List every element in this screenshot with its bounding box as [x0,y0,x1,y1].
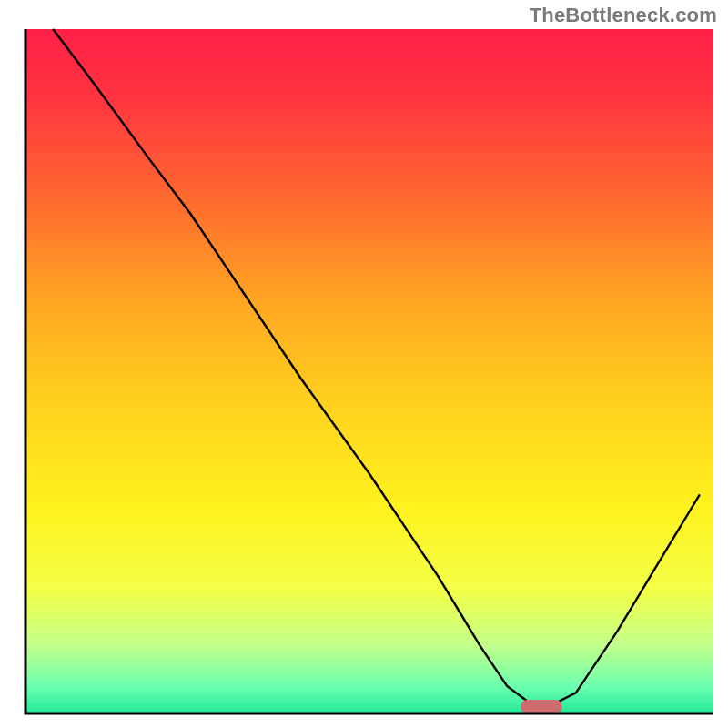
bottleneck-chart [0,0,728,728]
chart-canvas: TheBottleneck.com [0,0,728,728]
watermark-text: TheBottleneck.com [530,4,717,27]
optimal-marker [521,700,561,713]
